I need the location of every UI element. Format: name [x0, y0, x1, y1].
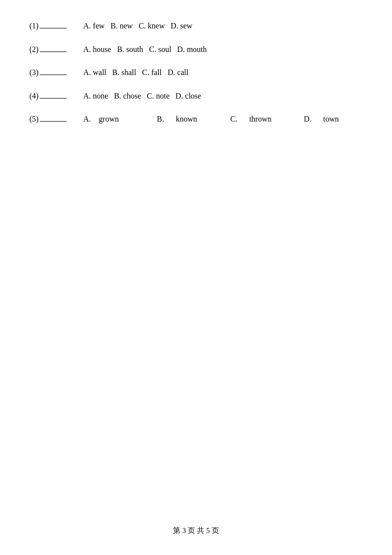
q4-blank — [40, 98, 67, 99]
q2-option-a: A. house — [83, 43, 111, 56]
q2-option-d: D. mouth — [177, 43, 207, 56]
question-number-1: (1) — [29, 20, 83, 32]
q4-option-d: D. close — [175, 90, 201, 102]
q3-option-a: A. wall — [83, 66, 106, 79]
q5-option-d: D. town — [304, 113, 363, 126]
q4-option-c: C. note — [147, 90, 170, 102]
q2-number: (2) — [29, 45, 39, 53]
q4-number: (4) — [29, 92, 39, 100]
q3-options: A. wall B. shall C. fall D. call — [83, 66, 363, 79]
q1-option-c: C. knew — [139, 20, 165, 32]
q3-option-d: D. call — [168, 66, 189, 79]
question-row-3: (3) A. wall B. shall C. fall D. call — [29, 66, 363, 79]
q2-option-b: B. south — [117, 43, 143, 56]
q3-number: (3) — [29, 68, 39, 76]
question-row-1: (1) A. few B. new C. knew D. sew — [29, 20, 363, 32]
q5-blank — [40, 121, 67, 122]
question-row-2: (2) A. house B. south C. soul D. mouth — [29, 43, 363, 56]
q1-number: (1) — [29, 22, 39, 30]
question-number-4: (4) — [29, 90, 83, 102]
q5-option-b: B. known — [157, 113, 216, 126]
q2-options: A. house B. south C. soul D. mouth — [83, 43, 363, 56]
question-row-4: (4) A. none B. chose C. note D. close — [29, 90, 363, 102]
q3-blank — [40, 75, 67, 75]
q4-option-b: B. chose — [114, 90, 141, 102]
q3-option-b: B. shall — [112, 66, 136, 79]
page-footer: 第 3 页 共 5 页 — [0, 526, 392, 535]
q1-option-d: D. sew — [171, 20, 192, 32]
q5-option-c: C. thrown — [230, 113, 289, 126]
q3-option-c: C. fall — [142, 66, 162, 79]
q2-option-c: C. soul — [149, 43, 171, 56]
question-row-5: (5) A. grown B. known C. thrown D. town — [29, 113, 363, 126]
q1-blank — [40, 28, 67, 28]
q5-options: A. grown B. known C. thrown D. town — [83, 113, 363, 126]
question-number-3: (3) — [29, 66, 83, 79]
q1-option-a: A. few — [83, 20, 105, 32]
content-area: (1) A. few B. new C. knew D. sew (2) A. … — [0, 0, 392, 126]
q1-option-b: B. new — [111, 20, 133, 32]
q4-option-a: A. none — [83, 90, 108, 102]
q2-blank — [40, 51, 67, 52]
page-number-text: 第 3 页 共 5 页 — [173, 527, 219, 534]
question-number-5: (5) — [29, 113, 83, 126]
q5-option-a: A. grown — [83, 113, 142, 126]
q1-options: A. few B. new C. knew D. sew — [83, 20, 363, 32]
q4-options: A. none B. chose C. note D. close — [83, 90, 363, 102]
q5-number: (5) — [29, 115, 39, 123]
question-number-2: (2) — [29, 43, 83, 56]
